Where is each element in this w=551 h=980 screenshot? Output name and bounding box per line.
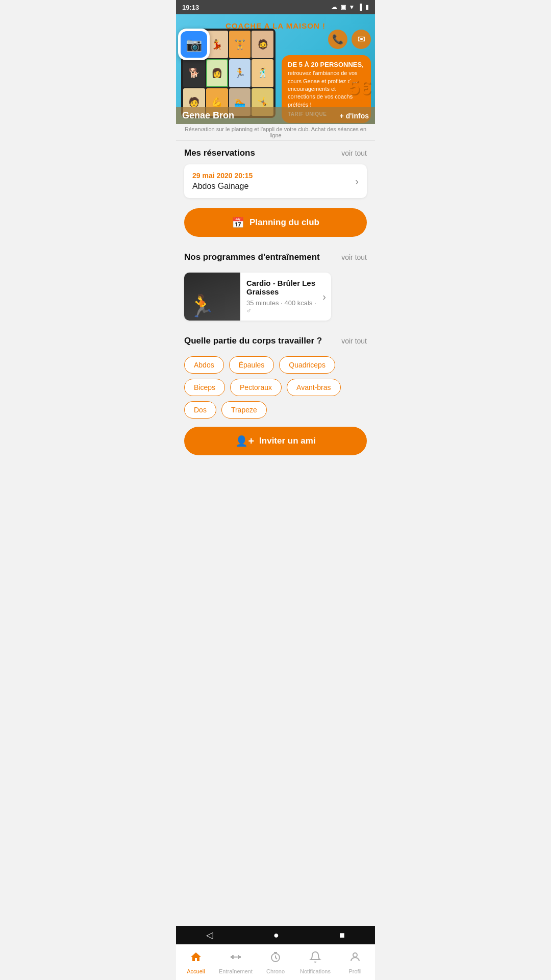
invite-label: Inviter un ami <box>259 436 316 446</box>
programme-chevron-icon: › <box>322 273 331 321</box>
chip-epaules[interactable]: Épaules <box>229 356 274 374</box>
hero-price-sub: /FOYER <box>348 97 371 104</box>
scroll-hint: Réservation sur le planning et l'appli d… <box>176 124 375 141</box>
chip-quadriceps[interactable]: Quadriceps <box>279 356 335 374</box>
body-parts-voir-tout[interactable]: voir tout <box>341 337 367 345</box>
grid-cell-8: 🕺 <box>252 59 273 87</box>
programme-meta: 35 minutes · 400 kcals · ♂ <box>246 299 316 314</box>
time-display: 19:13 <box>182 4 199 11</box>
reservation-chevron-icon: › <box>355 176 359 187</box>
programmes-section: Nos programmes d'entraînement voir tout <box>176 245 375 273</box>
programmes-header: Nos programmes d'entraînement voir tout <box>184 252 367 262</box>
programme-gender: ♂ <box>246 307 252 314</box>
planning-label: Planning du club <box>249 217 319 228</box>
programme-row: 🏃 Cardio - Brûler Les Graisses 35 minute… <box>176 273 375 325</box>
treadmill-person-icon: 🏃 <box>188 293 215 318</box>
battery-icon: ▮ <box>365 4 369 11</box>
zoom-icon[interactable]: 📷 <box>178 29 210 60</box>
programme-info: Cardio - Brûler Les Graisses 35 minutes … <box>240 273 322 321</box>
more-info-link[interactable]: + d'infos <box>340 112 369 120</box>
reservation-card[interactable]: 29 mai 2020 20:15 Abdos Gainage › <box>184 164 367 198</box>
status-bar: 19:13 ☁ ▣ ▼ ▐ ▮ <box>176 0 375 14</box>
grid-cell-4: 🧔 <box>252 31 273 58</box>
grid-cell-7: 🏃 <box>229 59 251 87</box>
reservation-name: Abdos Gainage <box>192 182 253 191</box>
sim-icon: ▣ <box>340 4 346 11</box>
cloud-icon: ☁ <box>331 4 337 11</box>
programme-kcal: 400 kcals <box>284 299 312 307</box>
hero-footer: Genae Bron + d'infos <box>176 107 375 124</box>
programmes-title: Nos programmes d'entraînement <box>184 252 320 262</box>
invite-button[interactable]: 👤+ Inviter un ami <box>184 427 367 455</box>
programmes-voir-tout[interactable]: voir tout <box>341 253 367 261</box>
reservations-header: Mes réservations voir tout <box>184 148 367 158</box>
programme-sep2: · <box>314 299 316 307</box>
grid-cell-5: 🐕 <box>183 59 205 87</box>
chip-abdos[interactable]: Abdos <box>184 356 224 374</box>
body-parts-title: Quelle partie du corps travailler ? <box>184 336 322 346</box>
hero-bubble-range: DE 5 À 20 PERSONNES, <box>288 60 365 69</box>
programme-duration: 35 minutes <box>246 299 279 307</box>
chip-trapeze[interactable]: Trapeze <box>221 401 267 419</box>
main-content: Mes réservations voir tout 29 mai 2020 2… <box>176 141 375 504</box>
reservation-date: 29 mai 2020 20:15 <box>192 172 253 180</box>
body-parts-chips: Abdos Épaules Quadriceps Biceps Pectorau… <box>176 356 375 425</box>
grid-cell-6: 👩 <box>206 59 228 87</box>
chip-pectoraux[interactable]: Pectoraux <box>230 379 282 396</box>
calendar-icon: 📅 <box>232 216 244 229</box>
signal-icon: ▐ <box>358 4 362 11</box>
programme-image: 🏃 <box>184 273 240 321</box>
programme-title: Cardio - Brûler Les Graisses <box>246 279 316 296</box>
chip-dos[interactable]: Dos <box>184 401 216 419</box>
wifi-icon: ▼ <box>349 4 355 11</box>
hero-price-area: 5€ /FOYER <box>348 77 371 104</box>
hero-price: 5€ <box>348 77 371 97</box>
status-icons: ☁ ▣ ▼ ▐ ▮ <box>331 4 369 11</box>
email-icon[interactable]: ✉ <box>352 30 371 49</box>
reservations-voir-tout[interactable]: voir tout <box>341 149 367 157</box>
reservation-info: 29 mai 2020 20:15 Abdos Gainage <box>192 172 253 191</box>
gym-name: Genae Bron <box>182 110 234 121</box>
programme-card-main[interactable]: 🏃 Cardio - Brûler Les Graisses 35 minute… <box>184 273 331 321</box>
grid-cell-3: 🏋 <box>229 31 251 58</box>
body-parts-header: Quelle partie du corps travailler ? voir… <box>184 336 367 346</box>
reservations-title: Mes réservations <box>184 148 255 158</box>
planning-button[interactable]: 📅 Planning du club <box>184 208 367 237</box>
reservations-section: Mes réservations voir tout 29 mai 2020 2… <box>176 141 375 208</box>
phone-icon[interactable]: 📞 <box>328 30 347 49</box>
chip-avant-bras[interactable]: Avant-bras <box>287 379 340 396</box>
zoom-camera-icon: 📷 <box>181 31 207 58</box>
invite-person-icon: 👤+ <box>235 435 254 447</box>
hero-banner: 📷 COACHE A LA MAISON ! 🧘 💃 🏋 🧔 🐕 👩 🏃 🕺 🧑… <box>176 14 375 124</box>
body-parts-section: Quelle partie du corps travailler ? voir… <box>176 329 375 356</box>
chip-biceps[interactable]: Biceps <box>184 379 225 396</box>
hero-contact-icons: 📞 ✉ <box>328 30 371 49</box>
